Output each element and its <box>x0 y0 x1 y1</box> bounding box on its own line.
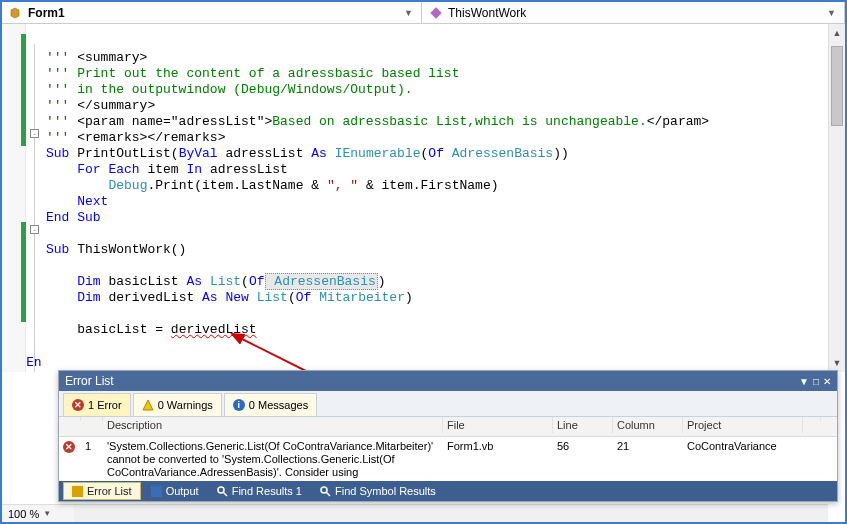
horizontal-scrollbar[interactable] <box>74 504 828 522</box>
error-filter-tabs: ✕ 1 Error 0 Warnings i 0 Messages <box>59 391 837 417</box>
warning-icon <box>142 399 154 411</box>
method-tab[interactable]: ThisWontWork ▼ <box>422 2 845 23</box>
row-line: 56 <box>553 439 613 453</box>
outline-collapse[interactable]: - <box>30 225 39 234</box>
bottom-toolwindow-tabs: Error List Output Find Results 1 Find Sy… <box>59 481 837 501</box>
code-content[interactable]: ''' <summary> ''' Print out the content … <box>46 34 709 354</box>
svg-rect-0 <box>430 7 441 18</box>
scroll-thumb[interactable] <box>831 46 843 126</box>
svg-line-5 <box>223 492 227 496</box>
row-project: CoContraVariance <box>683 439 803 453</box>
output-tab[interactable]: Output <box>143 482 207 500</box>
error-icon: ✕ <box>72 399 84 411</box>
errors-tab[interactable]: ✕ 1 Error <box>63 393 131 416</box>
class-tab-label: Form1 <box>28 6 65 20</box>
error-list-titlebar[interactable]: Error List ▼ □ ✕ <box>59 371 837 391</box>
zoom-value: 100 % <box>8 508 39 520</box>
pin-icon[interactable]: □ <box>813 376 819 387</box>
dropdown-icon[interactable]: ▼ <box>404 8 413 18</box>
svg-rect-2 <box>72 486 83 497</box>
row-description: 'System.Collections.Generic.List(Of CoCo… <box>103 439 443 481</box>
col-description[interactable]: Description <box>103 417 443 433</box>
class-icon <box>10 7 24 19</box>
output-icon <box>151 486 162 497</box>
row-number: 1 <box>81 439 103 453</box>
error-list-panel: Error List ▼ □ ✕ ✕ 1 Error 0 Warnings i … <box>58 370 838 502</box>
error-row[interactable]: ✕ 1 'System.Collections.Generic.List(Of … <box>59 437 837 481</box>
truncated-end: En <box>26 354 42 369</box>
col-project[interactable]: Project <box>683 417 803 433</box>
messages-tab[interactable]: i 0 Messages <box>224 393 317 416</box>
chevron-down-icon[interactable]: ▼ <box>43 509 51 518</box>
change-marker <box>21 34 26 146</box>
find-symbol-icon <box>320 486 331 497</box>
list-icon <box>72 486 83 497</box>
findresults1-tab[interactable]: Find Results 1 <box>209 482 310 500</box>
vertical-scrollbar[interactable]: ▲ ▼ <box>828 24 845 372</box>
col-file[interactable]: File <box>443 417 553 433</box>
col-line[interactable]: Line <box>553 417 613 433</box>
find-icon <box>217 486 228 497</box>
row-file: Form1.vb <box>443 439 553 453</box>
svg-rect-3 <box>151 486 162 497</box>
method-tab-label: ThisWontWork <box>448 6 526 20</box>
dropdown-icon[interactable]: ▼ <box>799 376 809 387</box>
context-tabs: Form1 ▼ ThisWontWork ▼ <box>2 2 845 24</box>
code-editor[interactable]: - - ''' <summary> ''' Print out the cont… <box>2 24 845 372</box>
outline-collapse[interactable]: - <box>30 129 39 138</box>
close-icon[interactable]: ✕ <box>823 376 831 387</box>
dropdown-icon[interactable]: ▼ <box>827 8 836 18</box>
svg-line-7 <box>326 492 330 496</box>
class-tab[interactable]: Form1 ▼ <box>2 2 422 23</box>
errorlist-tab[interactable]: Error List <box>63 482 141 500</box>
col-column[interactable]: Column <box>613 417 683 433</box>
row-column: 21 <box>613 439 683 453</box>
error-icon: ✕ <box>63 441 75 453</box>
error-grid[interactable]: Description File Line Column Project ✕ 1… <box>59 417 837 481</box>
warnings-tab[interactable]: 0 Warnings <box>133 393 222 416</box>
findsymbol-tab[interactable]: Find Symbol Results <box>312 482 444 500</box>
error-list-title: Error List <box>65 374 114 388</box>
grid-header[interactable]: Description File Line Column Project <box>59 417 837 437</box>
info-icon: i <box>233 399 245 411</box>
change-marker <box>21 222 26 322</box>
zoom-control[interactable]: 100 % ▼ <box>2 504 74 522</box>
method-icon <box>430 7 444 19</box>
scroll-up-icon[interactable]: ▲ <box>829 24 845 42</box>
outline-guide <box>34 44 35 372</box>
